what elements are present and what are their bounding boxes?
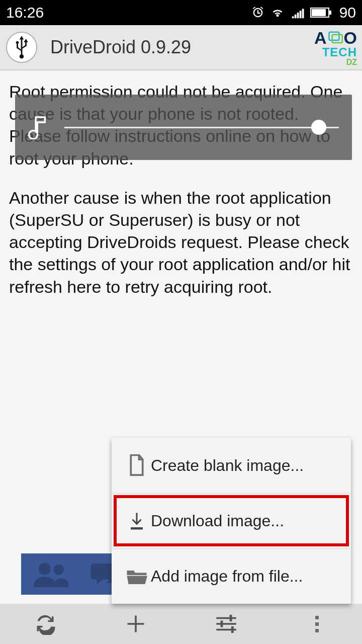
app-bar: DriveDroid 0.9.29 A O TECH DZ [0, 25, 362, 70]
status-time: 16:26 [6, 4, 251, 21]
overflow-icon [315, 616, 319, 632]
brand-l2: TECH [314, 46, 357, 58]
add-button[interactable] [90, 604, 181, 644]
svg-rect-8 [230, 615, 232, 621]
main-content: Root permission could not be acquired. O… [0, 70, 362, 604]
brand-l1b: O [344, 29, 357, 46]
svg-rect-4 [332, 35, 342, 43]
folder-icon [123, 568, 151, 585]
people-icon [33, 561, 68, 587]
overflow-button[interactable] [272, 604, 362, 644]
bottom-nav [0, 604, 362, 644]
brand-l1a: A [314, 29, 327, 46]
battery-icon [310, 7, 332, 19]
menu-add-from-file[interactable]: Add image from file... [112, 548, 351, 604]
svg-rect-1 [329, 11, 331, 15]
volume-thumb[interactable] [311, 120, 326, 135]
music-note-icon [28, 115, 48, 139]
menu-addfile-label: Add image from file... [151, 567, 303, 586]
download-icon [123, 511, 151, 531]
refresh-button[interactable] [0, 604, 90, 644]
volume-slider[interactable] [64, 127, 339, 128]
brand-l3: DZ [314, 58, 357, 66]
brand-bubble-icon [328, 30, 343, 45]
settings-button[interactable] [181, 604, 272, 644]
alarm-icon [251, 6, 265, 20]
signal-icon [290, 5, 305, 20]
add-menu: Create blank image... Download image... … [112, 438, 351, 604]
menu-download-image[interactable]: Download image... [112, 493, 351, 548]
svg-point-5 [39, 562, 51, 575]
battery-level: 90 [339, 4, 356, 21]
svg-rect-9 [221, 620, 223, 627]
brand-logo: A O TECH DZ [314, 29, 357, 66]
app-title: DriveDroid 0.9.29 [50, 37, 191, 58]
usb-icon [6, 32, 37, 63]
error-p2: Another cause is when the root applicati… [9, 187, 353, 298]
svg-rect-7 [131, 527, 143, 530]
file-icon [123, 454, 151, 476]
menu-download-label: Download image... [151, 512, 284, 530]
svg-rect-10 [231, 626, 234, 633]
menu-create-label: Create blank image... [151, 456, 304, 475]
volume-overlay[interactable] [15, 95, 352, 160]
menu-create-blank[interactable]: Create blank image... [112, 438, 351, 493]
status-bar: 16:26 90 [0, 0, 362, 25]
svg-point-6 [53, 565, 64, 575]
wifi-icon [270, 5, 285, 20]
status-indicators: 90 [251, 4, 356, 21]
svg-rect-3 [329, 32, 339, 40]
svg-rect-2 [312, 9, 326, 16]
